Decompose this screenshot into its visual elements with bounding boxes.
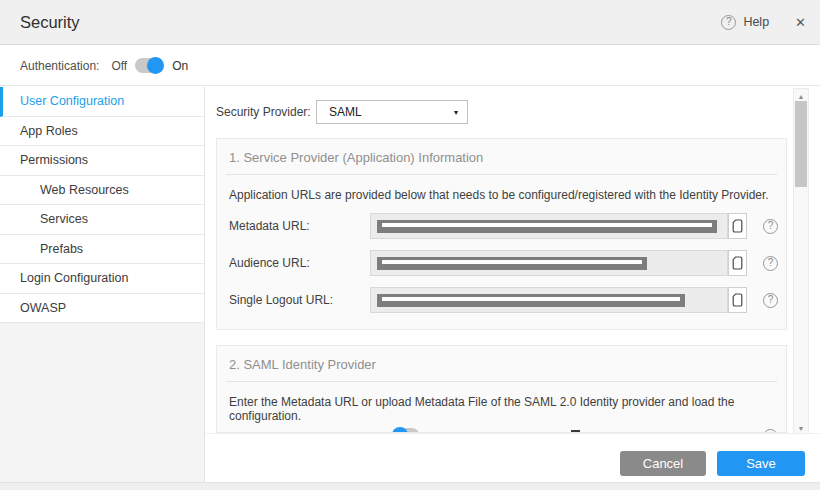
section-title: 2. SAML Identity Provider	[226, 346, 777, 382]
authentication-label: Authentication:	[20, 59, 99, 73]
field-help-icon[interactable]: ?	[763, 219, 778, 234]
security-provider-select[interactable]: SAML ▾	[316, 100, 468, 124]
sidebar-item-user-configuration[interactable]: User Configuration	[0, 87, 204, 117]
copy-button[interactable]	[728, 287, 747, 313]
redacted-value	[377, 294, 685, 307]
settings-sidebar: User Configuration App Roles Permissions…	[0, 87, 205, 490]
sidebar-item-login-configuration[interactable]: Login Configuration	[0, 264, 204, 294]
scroll-up-icon[interactable]: ▲	[794, 93, 808, 100]
sidebar-item-web-resources[interactable]: Web Resources	[0, 176, 204, 206]
single-logout-url-input[interactable]	[370, 287, 728, 313]
sidebar-item-owasp[interactable]: OWASP	[0, 294, 204, 324]
section-title: 1. Service Provider (Application) Inform…	[226, 139, 777, 175]
audience-url-input[interactable]	[370, 250, 728, 276]
sidebar-item-prefabs[interactable]: Prefabs	[0, 235, 204, 265]
security-dialog: Security ? Help ✕ Authentication: Off On…	[0, 0, 820, 490]
sidebar-item-permissions[interactable]: Permissions	[0, 146, 204, 176]
close-icon[interactable]: ✕	[795, 15, 806, 30]
selected-provider: SAML	[329, 105, 454, 119]
dialog-bottom-edge	[0, 482, 820, 490]
section-description: Application URLs are provided below that…	[217, 175, 786, 202]
single-logout-url-row: Single Logout URL: ?	[229, 287, 778, 313]
copy-icon	[732, 293, 743, 307]
section-description: Enter the Metadata URL or upload Metadat…	[217, 382, 786, 423]
main-content: Security Provider: SAML ▾ 1. Service Pro…	[206, 87, 793, 433]
help-icon[interactable]: ?	[721, 15, 736, 30]
field-help-icon[interactable]: ?	[763, 293, 778, 308]
copy-button[interactable]	[728, 250, 747, 276]
redacted-value	[377, 257, 647, 270]
copy-icon	[732, 219, 743, 233]
security-provider-label: Security Provider:	[216, 105, 316, 119]
copy-icon	[732, 256, 743, 270]
toggle-off-label: Off	[111, 59, 127, 73]
authentication-toggle[interactable]	[135, 58, 163, 73]
field-help-icon[interactable]: ?	[763, 256, 778, 271]
authentication-bar: Authentication: Off On	[0, 46, 820, 86]
metadata-url-label: Metadata URL:	[229, 219, 370, 233]
security-provider-row: Security Provider: SAML ▾	[216, 100, 468, 124]
save-button[interactable]: Save	[717, 451, 805, 476]
metadata-url-input[interactable]	[370, 213, 728, 239]
audience-url-label: Audience URL:	[229, 256, 370, 270]
audience-url-row: Audience URL: ?	[229, 250, 778, 276]
vertical-scrollbar[interactable]: ▲ ▼	[793, 88, 809, 437]
copy-button[interactable]	[728, 213, 747, 239]
sidebar-item-app-roles[interactable]: App Roles	[0, 117, 204, 147]
redacted-value	[377, 220, 717, 233]
dialog-header: Security ? Help ✕	[0, 0, 820, 45]
scrollbar-thumb[interactable]	[795, 101, 807, 187]
page-title: Security	[20, 13, 721, 32]
chevron-down-icon: ▾	[454, 108, 458, 117]
help-link[interactable]: Help	[743, 15, 769, 29]
sidebar-item-services[interactable]: Services	[0, 205, 204, 235]
section-saml-identity-provider: 2. SAML Identity Provider Enter the Meta…	[216, 345, 787, 433]
metadata-url-row: Metadata URL: ?	[229, 213, 778, 239]
toggle-knob	[147, 57, 164, 74]
single-logout-url-label: Single Logout URL:	[229, 293, 370, 307]
scroll-down-icon[interactable]: ▼	[794, 425, 808, 432]
section-service-provider-info: 1. Service Provider (Application) Inform…	[216, 138, 787, 330]
toggle-on-label: On	[172, 59, 188, 73]
cancel-button[interactable]: Cancel	[620, 451, 706, 476]
